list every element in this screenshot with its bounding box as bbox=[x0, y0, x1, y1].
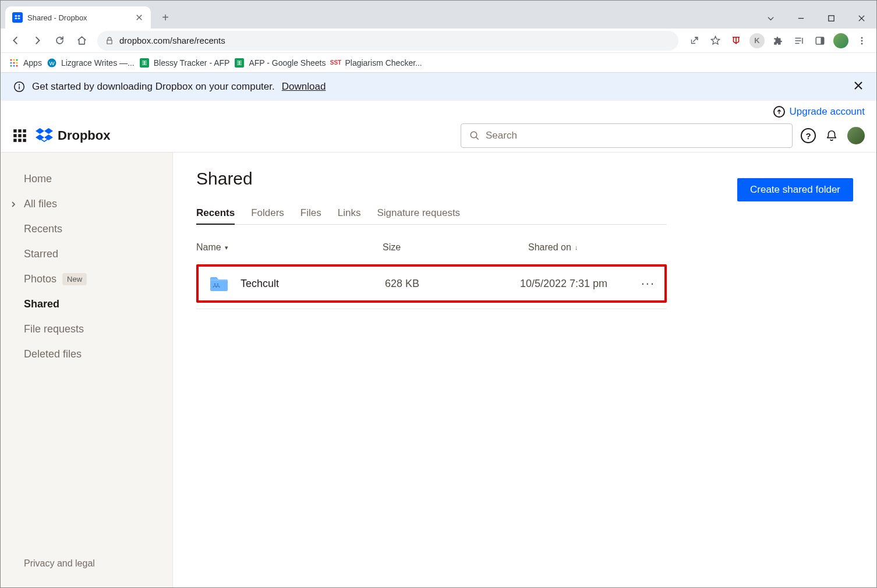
table-row[interactable]: Techcult 628 KB 10/5/2022 7:31 pm ··· bbox=[199, 267, 664, 300]
main-panel: Shared Create shared folder Recents Fold… bbox=[173, 153, 876, 587]
notice-text: Get started by downloading Dropbox on yo… bbox=[32, 81, 275, 93]
lock-icon bbox=[105, 37, 114, 45]
svg-point-12 bbox=[10, 65, 12, 66]
mcafee-extension-icon[interactable] bbox=[726, 31, 746, 51]
svg-rect-24 bbox=[13, 134, 16, 137]
bookmark-lizgrace[interactable]: W Lizgrace Writes —... bbox=[47, 58, 135, 68]
browser-toolbar: dropbox.com/share/recents K bbox=[1, 29, 876, 53]
dismiss-notice-button[interactable] bbox=[853, 80, 864, 94]
sidebar-item-recents[interactable]: Recents bbox=[1, 217, 172, 242]
sidebar-item-starred[interactable]: Starred bbox=[1, 242, 172, 267]
account-avatar[interactable] bbox=[847, 127, 865, 144]
bookmark-afp-sheets[interactable]: AFP - Google Sheets bbox=[234, 58, 326, 68]
help-icon[interactable]: ? bbox=[801, 128, 816, 143]
column-label: Name bbox=[196, 242, 221, 253]
profile-avatar[interactable] bbox=[831, 31, 851, 51]
upgrade-account-link[interactable]: Upgrade account bbox=[790, 106, 865, 118]
column-label: Shared on bbox=[528, 242, 571, 253]
tab-label: Recents bbox=[196, 207, 235, 218]
svg-point-3 bbox=[861, 37, 863, 38]
svg-rect-0 bbox=[828, 15, 833, 20]
upgrade-icon bbox=[773, 106, 785, 118]
close-window-button[interactable] bbox=[846, 8, 876, 29]
search-input[interactable]: Search bbox=[461, 123, 793, 148]
highlighted-row: Techcult 628 KB 10/5/2022 7:31 pm ··· bbox=[196, 264, 667, 303]
upgrade-row: Upgrade account bbox=[1, 101, 876, 119]
svg-point-5 bbox=[861, 42, 863, 44]
shared-table: Name ▾ Size Shared on ↓ Techcult 6 bbox=[196, 238, 667, 309]
svg-rect-27 bbox=[13, 139, 16, 141]
privacy-legal-link[interactable]: Privacy and legal bbox=[1, 558, 172, 577]
address-bar[interactable]: dropbox.com/share/recents bbox=[97, 31, 678, 51]
sidebar-item-shared[interactable]: Shared bbox=[1, 292, 172, 317]
sidebar-item-label: Shared bbox=[24, 298, 59, 310]
reload-button[interactable] bbox=[49, 31, 69, 51]
app-launcher-icon[interactable] bbox=[12, 128, 27, 143]
forward-button[interactable] bbox=[27, 31, 47, 51]
minimize-button[interactable] bbox=[786, 8, 816, 29]
tab-files[interactable]: Files bbox=[300, 203, 321, 224]
sidebar: Home All files Recents Starred PhotosNew… bbox=[1, 153, 173, 587]
dropbox-favicon-icon bbox=[12, 12, 23, 23]
tab-signature-requests[interactable]: Signature requests bbox=[377, 203, 460, 224]
sidebar-item-label: Home bbox=[24, 173, 52, 185]
svg-point-7 bbox=[13, 59, 15, 61]
window-title-bar: Shared - Dropbox + bbox=[1, 1, 876, 29]
extensions-icon[interactable] bbox=[768, 31, 788, 51]
sidebar-item-deleted-files[interactable]: Deleted files bbox=[1, 342, 172, 367]
home-button[interactable] bbox=[72, 31, 91, 51]
svg-point-30 bbox=[471, 132, 477, 138]
svg-text:W: W bbox=[49, 59, 55, 66]
sidebar-footer-label: Privacy and legal bbox=[24, 558, 95, 568]
svg-rect-29 bbox=[23, 139, 26, 141]
side-panel-icon[interactable] bbox=[810, 31, 830, 51]
svg-rect-2 bbox=[821, 37, 824, 44]
wordpress-icon: W bbox=[47, 58, 57, 68]
sidebar-item-file-requests[interactable]: File requests bbox=[1, 317, 172, 342]
sidebar-item-label: Starred bbox=[24, 248, 58, 260]
browser-menu-icon[interactable] bbox=[852, 31, 872, 51]
column-header-shared-on[interactable]: Shared on ↓ bbox=[528, 242, 645, 253]
sidebar-item-photos[interactable]: PhotosNew bbox=[1, 267, 172, 292]
bookmark-plagiarism[interactable]: SST Plagiarism Checker... bbox=[330, 58, 422, 68]
column-header-name[interactable]: Name ▾ bbox=[196, 242, 383, 253]
logo-wordmark: Dropbox bbox=[58, 128, 110, 143]
content-tabs: Recents Folders Files Links Signature re… bbox=[196, 203, 667, 225]
create-shared-folder-button[interactable]: Create shared folder bbox=[737, 178, 853, 201]
chevron-down-icon[interactable] bbox=[755, 8, 786, 29]
reading-list-icon[interactable] bbox=[789, 31, 809, 51]
bookmark-label: Plagiarism Checker... bbox=[345, 58, 422, 68]
sidebar-item-home[interactable]: Home bbox=[1, 167, 172, 192]
row-more-actions-icon[interactable]: ··· bbox=[641, 280, 655, 287]
window-controls bbox=[755, 8, 876, 29]
share-icon[interactable] bbox=[684, 31, 704, 51]
browser-tab[interactable]: Shared - Dropbox bbox=[5, 6, 151, 29]
maximize-button[interactable] bbox=[816, 8, 846, 29]
tab-recents[interactable]: Recents bbox=[196, 203, 235, 225]
svg-rect-23 bbox=[23, 129, 26, 132]
sidebar-item-label: Photos bbox=[24, 273, 56, 285]
back-button[interactable] bbox=[5, 31, 25, 51]
tab-links[interactable]: Links bbox=[338, 203, 361, 224]
dropbox-logo[interactable]: Dropbox bbox=[36, 128, 110, 143]
download-link[interactable]: Download bbox=[282, 81, 326, 93]
bookmark-apps[interactable]: Apps bbox=[9, 58, 42, 68]
bookmark-blessy-tracker[interactable]: Blessy Tracker - AFP bbox=[139, 58, 230, 68]
chevron-right-icon bbox=[10, 201, 17, 208]
bookmark-label: Blessy Tracker - AFP bbox=[154, 58, 230, 68]
new-tab-button[interactable]: + bbox=[157, 9, 174, 26]
star-icon[interactable] bbox=[705, 31, 725, 51]
tab-folders[interactable]: Folders bbox=[251, 203, 284, 224]
svg-point-32 bbox=[217, 284, 219, 285]
close-tab-icon[interactable] bbox=[135, 13, 144, 22]
sidebar-item-all-files[interactable]: All files bbox=[1, 192, 172, 217]
row-shared-on: 10/5/2022 7:31 pm bbox=[520, 278, 631, 290]
apps-grid-icon bbox=[9, 58, 19, 68]
tab-label: Signature requests bbox=[377, 207, 460, 218]
notifications-icon[interactable] bbox=[824, 128, 839, 143]
row-name: Techcult bbox=[241, 278, 279, 290]
extension-avatar[interactable]: K bbox=[747, 31, 767, 51]
dropbox-glyph-icon bbox=[36, 128, 53, 143]
row-size: 628 KB bbox=[385, 278, 520, 290]
column-header-size[interactable]: Size bbox=[383, 242, 528, 253]
